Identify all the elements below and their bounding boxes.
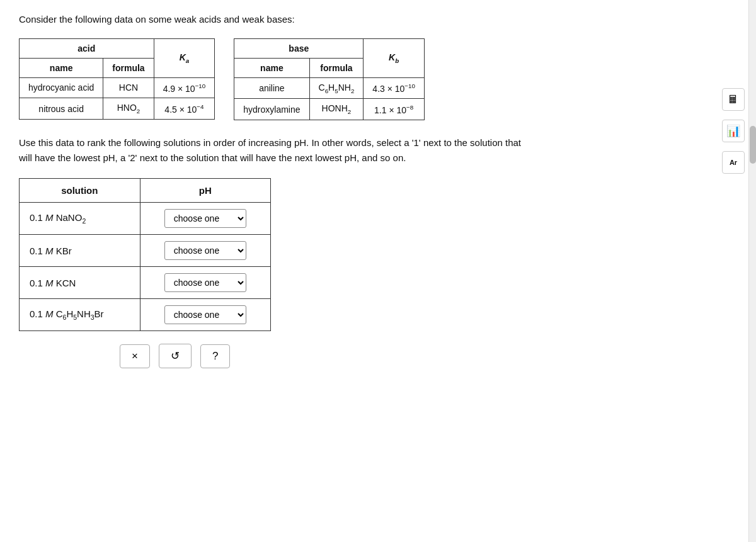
acid-row-2: nitrous acid HNO2 4.5 × 10−4 xyxy=(20,98,215,120)
table-row: 0.1 M NaNO2 choose one 1 2 3 4 xyxy=(20,203,271,235)
acid-row-1: hydrocyanic acid HCN 4.9 × 10−10 xyxy=(20,77,215,98)
table-row: 0.1 M KBr choose one 1 2 3 4 xyxy=(20,235,271,267)
acid-table: acid Ka name formula hydrocyanic acid HC… xyxy=(19,38,215,120)
calculator-icon[interactable]: 🖩 xyxy=(722,88,745,111)
chart-icon[interactable]: 📊 xyxy=(722,120,745,142)
ka-k: Ka xyxy=(180,52,190,62)
right-icons: 🖩 📊 Ar xyxy=(722,88,745,174)
periodic-table-icon[interactable]: Ar xyxy=(722,151,745,174)
acid-row1-name: hydrocyanic acid xyxy=(20,77,103,98)
ranking-col-solution: solution xyxy=(20,179,140,203)
solution-kcn: 0.1 M KCN xyxy=(20,267,140,299)
table-row: 0.1 M C6H5NH3Br choose one 1 2 3 4 xyxy=(20,299,271,331)
tables-row: acid Ka name formula hydrocyanic acid HC… xyxy=(19,38,737,121)
acid-row1-ka: 4.9 × 10−10 xyxy=(154,77,215,98)
acid-formula-col: formula xyxy=(103,58,154,77)
solution-kbr: 0.1 M KBr xyxy=(20,235,140,267)
base-header: base xyxy=(234,38,364,58)
ph-select-cell-3: choose one 1 2 3 4 xyxy=(140,267,270,299)
base-row1-kb: 4.3 × 10−10 xyxy=(364,77,425,99)
solution-c6h5nh3br: 0.1 M C6H5NH3Br xyxy=(20,299,140,331)
scrollbar[interactable] xyxy=(748,0,756,387)
description-text: Use this data to rank the following solu… xyxy=(19,135,737,166)
ph-select-cell-1: choose one 1 2 3 4 xyxy=(140,203,270,235)
acid-row2-ka: 4.5 × 10−4 xyxy=(154,98,215,120)
kb-header: Kb xyxy=(364,38,425,77)
reset-button[interactable]: ↺ xyxy=(159,344,192,368)
ph-select-cell-2: choose one 1 2 3 4 xyxy=(140,235,270,267)
base-row2-formula: HONH2 xyxy=(309,99,364,120)
base-row2-name: hydroxylamine xyxy=(234,99,309,120)
intro-text: Consider the following data on some weak… xyxy=(19,13,737,27)
chart-symbol: 📊 xyxy=(726,124,740,138)
ph-select-nano2[interactable]: choose one 1 2 3 4 xyxy=(164,209,246,228)
ph-select-kbr[interactable]: choose one 1 2 3 4 xyxy=(164,241,246,260)
ranking-col-ph: pH xyxy=(140,179,270,203)
base-row2-kb: 1.1 × 10−8 xyxy=(364,99,425,120)
ph-select-kcn[interactable]: choose one 1 2 3 4 xyxy=(164,273,246,292)
acid-name-col: name xyxy=(20,58,103,77)
scroll-thumb[interactable] xyxy=(750,126,756,164)
calculator-symbol: 🖩 xyxy=(728,93,739,106)
bottom-controls: × ↺ ? xyxy=(19,337,737,375)
ranking-table: solution pH 0.1 M NaNO2 choose one 1 2 3… xyxy=(19,178,271,331)
acid-row2-formula: HNO2 xyxy=(103,98,154,120)
base-row1-name: aniline xyxy=(234,77,309,99)
base-row-2: hydroxylamine HONH2 1.1 × 10−8 xyxy=(234,99,425,120)
description-line1: Use this data to rank the following solu… xyxy=(19,135,737,150)
base-name-col: name xyxy=(234,58,309,77)
ka-header: Ka xyxy=(154,38,215,77)
base-row1-formula: C6H5NH2 xyxy=(309,77,364,99)
clear-button[interactable]: × xyxy=(120,344,150,368)
solution-nano2: 0.1 M NaNO2 xyxy=(20,203,140,235)
kb-k: Kb xyxy=(389,52,399,62)
acid-header: acid xyxy=(20,38,154,58)
acid-row2-name: nitrous acid xyxy=(20,98,103,120)
ranking-header-row: solution pH xyxy=(20,179,271,203)
ph-select-cell-4: choose one 1 2 3 4 xyxy=(140,299,270,331)
base-row-1: aniline C6H5NH2 4.3 × 10−10 xyxy=(234,77,425,99)
base-table: base Kb name formula aniline C6H5NH2 4.3… xyxy=(234,38,425,121)
ph-select-c6h5nh3br[interactable]: choose one 1 2 3 4 xyxy=(164,305,246,324)
base-formula-col: formula xyxy=(309,58,364,77)
table-row: 0.1 M KCN choose one 1 2 3 4 xyxy=(20,267,271,299)
help-button[interactable]: ? xyxy=(200,344,230,368)
periodic-symbol: Ar xyxy=(730,159,737,166)
description-line2: will have the lowest pH, a '2' next to t… xyxy=(19,150,737,166)
acid-row1-formula: HCN xyxy=(103,77,154,98)
